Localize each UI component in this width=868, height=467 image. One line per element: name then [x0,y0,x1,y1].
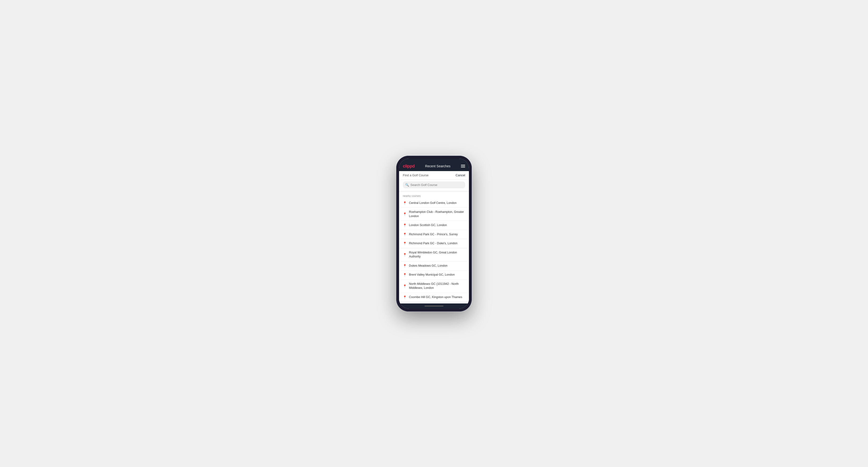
location-icon: 📍 [403,264,407,268]
course-name: Royal Wimbledon GC, Great London Authori… [409,251,465,259]
list-item[interactable]: 📍 London Scottish GC, London [399,221,469,230]
list-item[interactable]: 📍 Richmond Park GC - Prince's, Surrey [399,230,469,239]
location-icon: 📍 [403,273,407,277]
main-content: Find a Golf Course Cancel 🔍 Nearby cours… [399,171,469,304]
location-icon: 📍 [403,284,407,288]
course-name: Brent Valley Municipal GC, London [409,273,455,277]
list-item[interactable]: 📍 Brent Valley Municipal GC, London [399,271,469,280]
app-header: clippd Recent Searches [399,161,469,171]
list-item[interactable]: 📍 Richmond Park GC - Duke's, London [399,239,469,248]
header-title: Recent Searches [425,164,450,168]
location-icon: 📍 [403,253,407,256]
list-item[interactable]: 📍 North Middlesex GC (1011942 - North Mi… [399,280,469,293]
list-item[interactable]: 📍 Roehampton Club - Roehampton, Greater … [399,208,469,221]
list-item[interactable]: 📍 Dukes Meadows GC, London [399,261,469,271]
status-bar [399,159,469,161]
location-icon: 📍 [403,242,407,245]
list-item[interactable]: 📍 Coombe Hill GC, Kingston upon Thames [399,293,469,302]
cancel-button[interactable]: Cancel [456,174,465,177]
list-item[interactable]: 📍 Royal Wimbledon GC, Great London Autho… [399,248,469,261]
nearby-section-label: Nearby courses [399,192,469,199]
course-name: Coombe Hill GC, Kingston upon Thames [409,295,462,300]
list-item[interactable]: 📍 Central London Golf Centre, London [399,199,469,208]
home-indicator [399,304,469,309]
location-icon: 📍 [403,295,407,299]
course-name: North Middlesex GC (1011942 - North Midd… [409,282,465,290]
course-name: Central London Golf Centre, London [409,201,457,205]
course-name: London Scottish GC, London [409,223,447,227]
search-input-wrap[interactable]: 🔍 [403,182,465,188]
course-name: Richmond Park GC - Prince's, Surrey [409,232,458,237]
location-icon: 📍 [403,212,407,216]
find-bar: Find a Golf Course Cancel [399,171,469,180]
course-name: Roehampton Club - Roehampton, Greater Lo… [409,210,465,218]
phone-frame: clippd Recent Searches Find a Golf Cours… [396,156,472,311]
phone-screen: clippd Recent Searches Find a Golf Cours… [399,159,469,309]
search-input[interactable] [410,183,463,187]
course-name: Richmond Park GC - Duke's, London [409,241,457,246]
course-name: Dukes Meadows GC, London [409,264,447,268]
find-label: Find a Golf Course [403,174,429,177]
location-icon: 📍 [403,233,407,236]
menu-icon[interactable] [461,165,465,167]
courses-section: Nearby courses 📍 Central London Golf Cen… [399,192,469,304]
search-icon: 🔍 [405,183,409,187]
search-container: 🔍 [399,180,469,191]
location-icon: 📍 [403,201,407,205]
home-bar [425,306,443,307]
location-icon: 📍 [403,223,407,227]
app-logo: clippd [403,164,415,169]
